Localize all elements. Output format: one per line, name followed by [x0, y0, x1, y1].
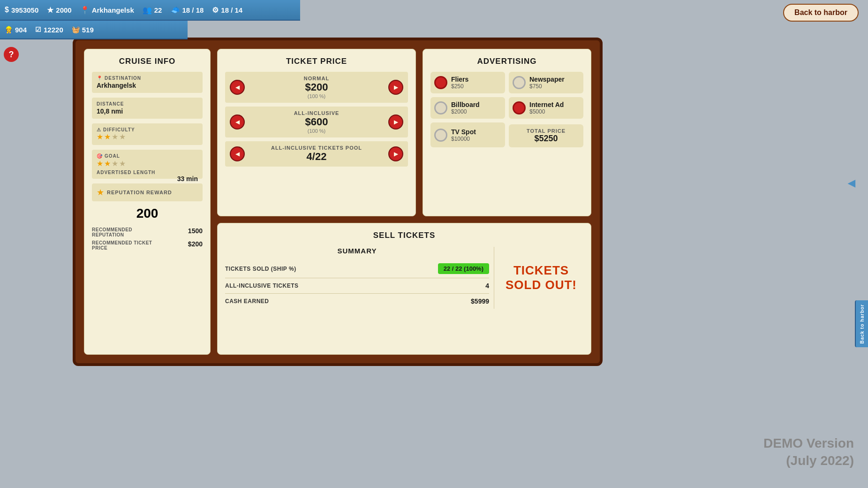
tickets-sold-bar: 22 / 22 (100%) [438, 263, 489, 274]
cruise-info-card: CRUISE INFO 📍 DESTINATION Arkhangelsk DI… [84, 49, 211, 355]
internet-radio[interactable] [513, 101, 526, 114]
ad-billboard[interactable]: Billboard $2000 [430, 97, 505, 119]
distance-value: 10,8 nmi [97, 107, 198, 115]
star-icon: ★ [47, 6, 53, 15]
pool-row: ALL-INCLUSIVE TICKETS POOL 4/22 [225, 141, 408, 167]
ad-tv-spot[interactable]: TV Spot $10000 [430, 122, 505, 147]
goal-star-1: ★ [97, 159, 103, 168]
help-button[interactable]: ? [4, 47, 19, 62]
internet-price: $5000 [529, 108, 580, 115]
ticket-price-card: TICKET PRICE NORMAL $200 (100 %) ALL-INC… [217, 49, 416, 216]
fliers-radio[interactable] [434, 76, 447, 89]
demo-version: DEMO Version (July 2022) [763, 435, 854, 469]
normal-price: $200 [245, 81, 388, 93]
ad-internet[interactable]: Internet Ad $5000 [509, 97, 583, 119]
goal-stars: ★ ★ ★ ★ [97, 159, 126, 168]
recommended-reputation-row: RECOMMENDED REPUTATION 1500 [92, 226, 203, 239]
val2-display: ☑ 12220 [35, 26, 63, 34]
stars-value: 2000 [56, 6, 71, 14]
stars-display: ★ 2000 [47, 6, 71, 15]
normal-ticket-center: NORMAL $200 (100 %) [245, 76, 388, 99]
fliers-info: Fliers $250 [451, 76, 501, 90]
star-3: ★ [112, 132, 118, 141]
ad-fliers[interactable]: Fliers $250 [430, 72, 505, 93]
tickets-sold-row: TICKETS SOLD (SHIP %) 22 / 22 (100%) [225, 259, 489, 278]
normal-ticket-row: NORMAL $200 (100 %) [225, 72, 408, 103]
cruise-info-title: CRUISE INFO [92, 57, 203, 66]
top-bar: $ 3953050 ★ 2000 📍 Arkhangelsk 👥 22 🧢 18… [0, 0, 300, 21]
rec-ticket-label2: PRICE [92, 245, 152, 251]
tv-spot-radio[interactable] [434, 129, 447, 142]
newspaper-name: Newspaper [529, 76, 580, 83]
pool-increase-button[interactable] [388, 146, 403, 161]
fliers-name: Fliers [451, 76, 501, 83]
pool-decrease-button[interactable] [230, 146, 245, 161]
internet-info: Internet Ad $5000 [529, 101, 580, 115]
all-inclusive-tickets-label: ALL-INCLUSIVE TICKETS [225, 282, 299, 289]
billboard-price: $2000 [451, 108, 501, 115]
all-inclusive-label: ALL-INCLUSIVE [245, 110, 388, 116]
val3-display: 🧺 519 [72, 26, 94, 34]
normal-label: NORMAL [245, 76, 388, 81]
crew-display: 👥 22 [143, 6, 162, 15]
demo-line1: DEMO Version [763, 435, 854, 452]
location-display: 📍 Arkhangelsk [80, 6, 134, 15]
harbor-arrow-icon[interactable]: ◀ [848, 177, 855, 189]
tv-spot-info: TV Spot $10000 [451, 128, 501, 142]
settings-value: 18 / 14 [221, 6, 242, 14]
demo-line2: (July 2022) [763, 452, 854, 469]
location-icon: 📍 [80, 6, 90, 15]
advertising-grid: Fliers $250 Newspaper $750 Billboard $20… [430, 72, 583, 147]
normal-price-increase-button[interactable] [388, 80, 403, 95]
star-1: ★ [97, 132, 103, 141]
destination-row: 📍 DESTINATION Arkhangelsk [92, 72, 203, 93]
cash-earned-value: $5999 [471, 297, 489, 305]
ticket-price-title: TICKET PRICE [225, 57, 408, 66]
destination-icon: 📍 [97, 76, 103, 81]
val3-value: 519 [82, 26, 94, 34]
newspaper-radio[interactable] [513, 76, 526, 89]
summary-title: SUMMARY [225, 247, 489, 255]
summary-table: TICKETS SOLD (SHIP %) 22 / 22 (100%) ALL… [225, 259, 489, 309]
all-inclusive-tickets-value: 4 [485, 282, 489, 290]
newspaper-price: $750 [529, 83, 580, 90]
distance-row: DISTANCE 10,8 nmi [92, 98, 203, 119]
supplies-icon: 🧢 [170, 6, 180, 15]
normal-price-decrease-button[interactable] [230, 80, 245, 95]
location-value: Arkhangelsk [92, 6, 134, 14]
ad-newspaper[interactable]: Newspaper $750 [509, 72, 583, 93]
tv-spot-price: $10000 [451, 136, 501, 142]
recommended-ticket-row: RECOMMENDED TICKET PRICE $200 [92, 239, 203, 252]
money-display: $ 3953050 [5, 6, 38, 14]
val1-value: 904 [15, 26, 27, 34]
newspaper-info: Newspaper $750 [529, 76, 580, 90]
settings-icon: ⚙ [212, 6, 219, 15]
back-to-harbor-button[interactable]: Back to harbor [783, 4, 859, 22]
supplies-display: 🧢 18 / 18 [170, 6, 204, 15]
total-price-value: $5250 [513, 134, 580, 144]
total-price-label: TOTAL PRICE [513, 128, 580, 134]
rec-rep-label: RECOMMENDED [92, 227, 132, 232]
cash-earned-row: CASH EARNED $5999 [225, 294, 489, 309]
all-inclusive-price-increase-button[interactable] [388, 114, 403, 130]
goal-icon: 🎯 [97, 153, 103, 159]
summary-divider [494, 247, 494, 309]
goal-label: 🎯 GOAL [97, 153, 198, 159]
sell-tickets-card: SELL TICKETS SUMMARY TICKETS SOLD (SHIP … [217, 223, 591, 355]
sold-out-text: TICKETS SOLD OUT! [506, 263, 577, 292]
harbor-tab[interactable]: Back to harbor [855, 300, 868, 347]
crew-icon: 👥 [143, 6, 152, 15]
cash-earned-label: CASH EARNED [225, 298, 269, 305]
rec-rep-value: 1500 [188, 227, 203, 237]
goal-star-4: ★ [119, 159, 126, 168]
rec-ticket-value: $200 [188, 240, 203, 251]
total-price-box: TOTAL PRICE $5250 [509, 124, 583, 147]
billboard-radio[interactable] [434, 101, 447, 114]
all-inclusive-price-decrease-button[interactable] [230, 114, 245, 130]
basket-icon: 🧺 [72, 26, 80, 33]
destination-value: Arkhangelsk [97, 82, 198, 89]
sell-tickets-inner: SELL TICKETS SUMMARY TICKETS SOLD (SHIP … [225, 231, 583, 347]
settings-display: ⚙ 18 / 14 [212, 6, 242, 15]
supplies-value: 18 / 18 [182, 6, 204, 14]
reputation-reward-value: 200 [92, 206, 203, 221]
